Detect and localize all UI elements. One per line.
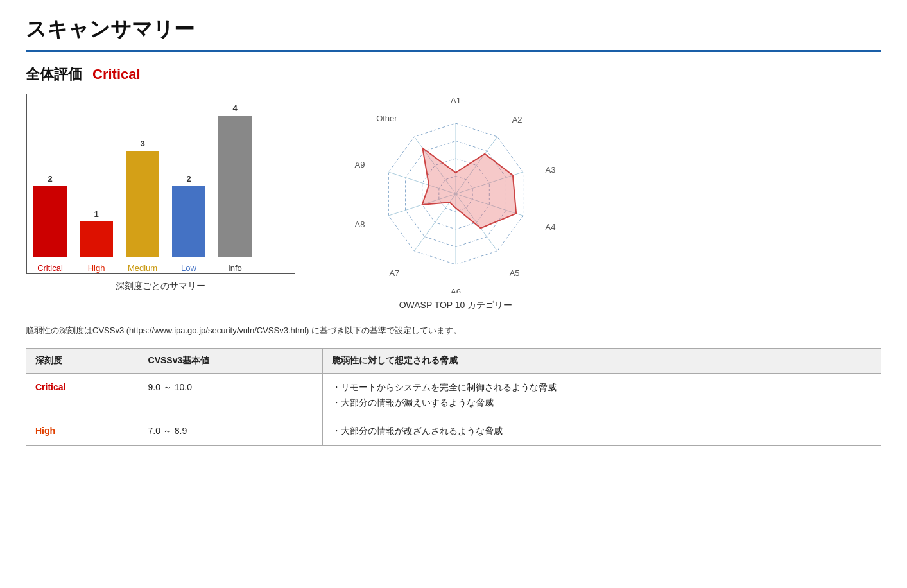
bar-label-high: High: [88, 263, 105, 273]
bar-rect-low: [172, 186, 205, 257]
overall-rating-row: 全体評価 Critical: [26, 65, 881, 84]
bar-label-medium: Medium: [128, 263, 157, 273]
svg-marker-14: [422, 148, 516, 229]
bar-rect-high: [80, 221, 113, 257]
cvss-range-cell: 9.0 ～ 10.0: [139, 373, 322, 417]
table-header-row: 深刻度 CVSSv3基本値 脆弱性に対して想定される脅威: [26, 348, 881, 373]
bar-chart-caption: 深刻度ごとのサマリー: [116, 281, 205, 292]
page-title: スキャンサマリー: [26, 15, 881, 52]
overall-label: 全体評価: [26, 65, 82, 84]
bar-value-info: 4: [232, 103, 237, 113]
table-row: Critical9.0 ～ 10.0・リモートからシステムを完全に制御されるよう…: [26, 373, 881, 417]
bar-group-info: 4Info: [218, 103, 252, 273]
svg-text:A9: A9: [355, 160, 365, 169]
cvss-range-cell: 7.0 ～ 8.9: [139, 417, 322, 446]
bar-rect-critical: [33, 186, 67, 257]
svg-text:A3: A3: [546, 165, 556, 175]
radar-chart-svg: A1A2A3A4A5A6A7A8A9Other: [334, 94, 578, 293]
bar-rect-medium: [126, 151, 159, 257]
bar-group-high: 1High: [80, 209, 113, 273]
threats-cell: ・リモートからシステムを完全に制御されるような脅威・大部分の情報が漏えいするよう…: [322, 373, 881, 417]
bar-group-medium: 3Medium: [126, 139, 159, 273]
bar-label-info: Info: [228, 263, 242, 273]
bar-label-low: Low: [181, 263, 196, 273]
bar-value-low: 2: [186, 174, 191, 184]
threats-cell: ・大部分の情報が改ざんされるような脅威: [322, 417, 881, 446]
bar-rect-info: [218, 116, 252, 257]
svg-text:A2: A2: [512, 115, 523, 125]
bar-chart-container: 2Critical1High3Medium2Low4Info 深刻度ごとのサマリ…: [26, 94, 295, 292]
severity-table: 深刻度 CVSSv3基本値 脆弱性に対して想定される脅威 Critical9.0…: [26, 348, 881, 446]
severity-cell: High: [26, 417, 139, 446]
bar-value-high: 1: [94, 209, 98, 219]
bar-group-low: 2Low: [172, 174, 205, 273]
svg-text:A6: A6: [451, 287, 461, 293]
svg-text:A5: A5: [510, 268, 520, 278]
radar-chart-caption: OWASP TOP 10 カテゴリー: [399, 300, 513, 311]
severity-cell: Critical: [26, 373, 139, 417]
svg-text:A1: A1: [451, 96, 461, 105]
overall-rating: Critical: [92, 66, 141, 83]
page-container: スキャンサマリー 全体評価 Critical 2Critical1High3Me…: [0, 0, 907, 588]
col-header-threats: 脆弱性に対して想定される脅威: [322, 348, 881, 373]
svg-text:A4: A4: [546, 222, 556, 232]
radar-chart-container: A1A2A3A4A5A6A7A8A9Other OWASP TOP 10 カテゴ…: [334, 94, 578, 311]
bar-group-critical: 2Critical: [33, 174, 67, 273]
svg-text:A8: A8: [355, 220, 365, 229]
cvss-note: 脆弱性の深刻度はCVSSv3 (https://www.ipa.go.jp/se…: [26, 324, 881, 338]
bar-value-medium: 3: [140, 139, 144, 148]
col-header-severity: 深刻度: [26, 348, 139, 373]
col-header-cvss: CVSSv3基本値: [139, 348, 322, 373]
bar-label-critical: Critical: [37, 263, 63, 273]
bar-value-critical: 2: [48, 174, 52, 184]
table-row: High7.0 ～ 8.9・大部分の情報が改ざんされるような脅威: [26, 417, 881, 446]
bar-chart: 2Critical1High3Medium2Low4Info: [26, 94, 295, 274]
svg-text:Other: Other: [376, 114, 397, 123]
svg-text:A7: A7: [389, 268, 399, 278]
charts-row: 2Critical1High3Medium2Low4Info 深刻度ごとのサマリ…: [26, 94, 881, 311]
